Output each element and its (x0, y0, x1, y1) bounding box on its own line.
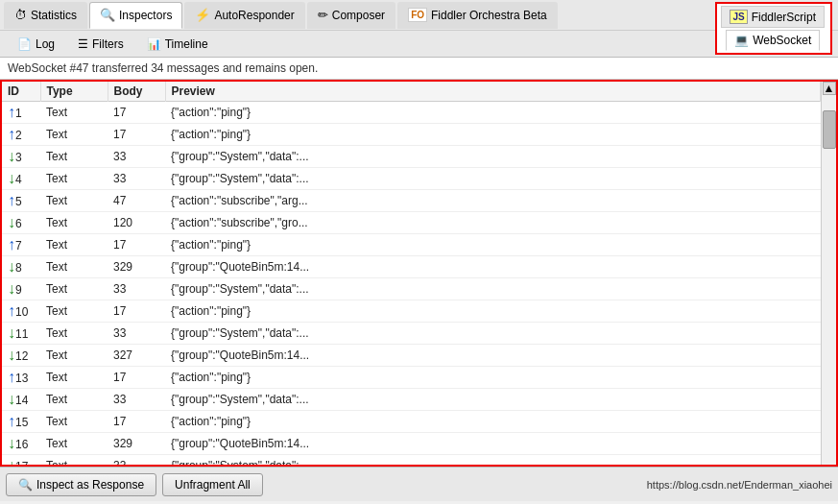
cell-body: 329 (108, 256, 165, 278)
cell-id: ↓6 (2, 212, 40, 234)
cell-type: Text (40, 256, 108, 278)
scroll-up-button[interactable]: ▲ (823, 82, 836, 95)
vertical-scrollbar[interactable]: ▲ (821, 82, 836, 465)
upload-arrow-icon: ↑ (8, 126, 15, 142)
cell-type: Text (40, 367, 108, 389)
download-arrow-icon: ↓ (8, 324, 15, 341)
table-row[interactable]: ↓14 Text 33 {"group":"System","data":... (2, 389, 821, 411)
cell-body: 33 (108, 455, 165, 466)
cell-preview: {"group":"System","data":... (165, 278, 821, 300)
col-id: ID (2, 82, 40, 102)
cell-body: 17 (108, 300, 165, 323)
filters-icon: ☰ (78, 37, 88, 51)
cell-type: Text (40, 124, 108, 146)
cell-body: 120 (108, 212, 165, 234)
unfragment-all-button[interactable]: Unfragment All (162, 473, 263, 496)
cell-body: 33 (108, 389, 165, 411)
cell-preview: {"group":"QuoteBin5m:14... (165, 345, 821, 367)
cell-body: 33 (108, 323, 165, 345)
table-row[interactable]: ↓12 Text 327 {"group":"QuoteBin5m:14... (2, 345, 821, 367)
websocket-table-area: ID Type Body Preview ↑1 Text 17 {"action… (0, 80, 838, 467)
tab-timeline[interactable]: 📊 Timeline (137, 33, 218, 56)
status-url: https://blog.csdn.net/Enderman_xiaohei (647, 479, 832, 491)
cell-id: ↓17 (2, 455, 40, 466)
log-icon: 📄 (17, 37, 32, 51)
tab-autoresponder[interactable]: ⚡ AutoResponder (184, 2, 304, 29)
autoresponder-icon: ⚡ (195, 8, 210, 22)
cell-type: Text (40, 345, 108, 367)
tab-log[interactable]: 📄 Log (8, 33, 64, 56)
inspectors-icon: 🔍 (100, 8, 115, 22)
upload-arrow-icon: ↑ (8, 369, 15, 385)
table-row[interactable]: ↑1 Text 17 {"action":"ping"} (2, 102, 821, 124)
download-arrow-icon: ↓ (8, 214, 15, 230)
cell-type: Text (40, 455, 108, 466)
cell-preview: {"action":"ping"} (165, 300, 821, 323)
tab-websocket[interactable]: 💻 WebSocket (726, 30, 820, 51)
cell-preview: {"group":"System","data":... (165, 323, 821, 345)
cell-type: Text (40, 278, 108, 300)
table-row[interactable]: ↓6 Text 120 {"action":"subscribe","gro..… (2, 212, 821, 234)
table-row[interactable]: ↓17 Text 33 {"group":"System","data":... (2, 455, 821, 466)
cell-id: ↓8 (2, 256, 40, 278)
cell-type: Text (40, 433, 108, 455)
table-row[interactable]: ↓3 Text 33 {"group":"System","data":... (2, 146, 821, 168)
download-arrow-icon: ↓ (8, 258, 15, 275)
cell-preview: {"action":"ping"} (165, 367, 821, 389)
tab-filters[interactable]: ☰ Filters (68, 33, 133, 56)
scroll-thumb[interactable] (823, 110, 836, 149)
table-header: ID Type Body Preview (2, 82, 821, 102)
tab-statistics[interactable]: ⏱ Statistics (4, 2, 87, 29)
download-arrow-icon: ↓ (8, 347, 15, 363)
table-row[interactable]: ↓9 Text 33 {"group":"System","data":... (2, 278, 821, 300)
table-row[interactable]: ↑5 Text 47 {"action":"subscribe","arg... (2, 190, 821, 212)
cell-type: Text (40, 102, 108, 124)
statistics-icon: ⏱ (14, 8, 27, 22)
table-row[interactable]: ↑15 Text 17 {"action":"ping"} (2, 411, 821, 433)
right-tabs-highlight: JS FiddlerScript 💻 WebSocket (715, 2, 832, 55)
cell-body: 17 (108, 102, 165, 124)
cell-preview: {"group":"QuoteBin5m:14... (165, 256, 821, 278)
top-tab-bar: ⏱ Statistics 🔍 Inspectors ⚡ AutoResponde… (0, 0, 838, 31)
tab-inspectors[interactable]: 🔍 Inspectors (89, 2, 182, 29)
table-row[interactable]: ↑10 Text 17 {"action":"ping"} (2, 300, 821, 323)
cell-type: Text (40, 146, 108, 168)
inspect-response-button[interactable]: 🔍 Inspect as Response (6, 473, 156, 496)
cell-id: ↑10 (2, 300, 40, 323)
cell-id: ↓4 (2, 168, 40, 190)
cell-preview: {"group":"System","data":... (165, 389, 821, 411)
bottom-toolbar: 🔍 Inspect as Response Unfragment All htt… (0, 467, 838, 501)
upload-arrow-icon: ↑ (8, 104, 15, 120)
download-arrow-icon: ↓ (8, 435, 15, 451)
fiddlerscript-icon: JS (730, 10, 747, 24)
table-row[interactable]: ↓16 Text 329 {"group":"QuoteBin5m:14... (2, 433, 821, 455)
download-arrow-icon: ↓ (8, 391, 15, 407)
table-row[interactable]: ↑13 Text 17 {"action":"ping"} (2, 367, 821, 389)
cell-id: ↑13 (2, 367, 40, 389)
cell-id: ↑2 (2, 124, 40, 146)
cell-id: ↓3 (2, 146, 40, 168)
table-row[interactable]: ↓4 Text 33 {"group":"System","data":... (2, 168, 821, 190)
table-row[interactable]: ↑7 Text 17 {"action":"ping"} (2, 234, 821, 256)
cell-preview: {"group":"System","data":... (165, 455, 821, 466)
cell-preview: {"group":"System","data":... (165, 146, 821, 168)
cell-body: 17 (108, 411, 165, 433)
tab-composer[interactable]: ✏ Composer (307, 2, 395, 29)
upload-arrow-icon: ↑ (8, 192, 15, 208)
cell-id: ↑1 (2, 102, 40, 124)
composer-icon: ✏ (318, 8, 328, 22)
inspect-icon: 🔍 (18, 478, 33, 492)
cell-body: 33 (108, 278, 165, 300)
table-row[interactable]: ↓8 Text 329 {"group":"QuoteBin5m:14... (2, 256, 821, 278)
cell-id: ↑7 (2, 234, 40, 256)
tab-fiddlerscript[interactable]: JS FiddlerScript (721, 6, 825, 28)
cell-id: ↓12 (2, 345, 40, 367)
cell-type: Text (40, 323, 108, 345)
websocket-messages-table[interactable]: ID Type Body Preview ↑1 Text 17 {"action… (2, 82, 821, 465)
cell-type: Text (40, 389, 108, 411)
table-row[interactable]: ↓11 Text 33 {"group":"System","data":... (2, 323, 821, 345)
websocket-icon: 💻 (734, 34, 749, 47)
tab-fiddler-orchestra[interactable]: FO Fiddler Orchestra Beta (397, 2, 558, 29)
cell-body: 17 (108, 367, 165, 389)
table-row[interactable]: ↑2 Text 17 {"action":"ping"} (2, 124, 821, 146)
